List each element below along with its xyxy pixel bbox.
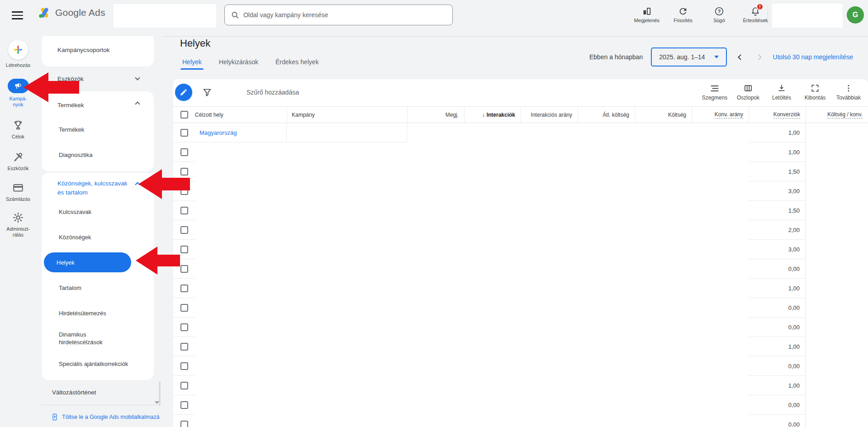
rail-item-goals[interactable]: Célok — [12, 119, 24, 140]
create-button[interactable] — [8, 40, 28, 60]
sidebar-item-change-history[interactable]: Változástörténet — [36, 383, 162, 401]
columns-button[interactable]: Oszlopok — [731, 82, 765, 101]
col-header-cost[interactable]: Költség — [635, 107, 692, 123]
sidebar-item-products[interactable]: Termékek — [42, 117, 154, 142]
app-title: Google Ads — [55, 7, 105, 18]
campaigns-pill[interactable] — [8, 79, 29, 93]
left-nav-rail: Létrehozás Kampá- nyok Célok — [0, 36, 36, 427]
col-header-cost-per-conv[interactable]: Költség / konv. — [806, 107, 868, 123]
edit-button[interactable] — [175, 84, 192, 101]
next-period-button[interactable] — [751, 49, 767, 65]
rail-item-create[interactable]: Létrehozás — [6, 40, 30, 68]
sidebar-item-keywords[interactable]: Kulcsszavak — [42, 199, 154, 224]
sidebar-section-products[interactable]: Termékek — [42, 93, 154, 117]
svg-text:?: ? — [718, 9, 721, 14]
table-row: Magyarország 1,00 — [173, 123, 868, 142]
assets-header-label: Eszközök — [42, 76, 84, 82]
row-checkbox[interactable] — [180, 421, 188, 427]
segment-button[interactable]: Szegmens — [698, 82, 731, 101]
blank-cells — [407, 123, 749, 142]
help-icon: ? — [714, 6, 724, 16]
sidebar-section-audiences[interactable]: Közönségek, kulcsszavak és tartalom — [42, 176, 154, 199]
table-row: 0,00 — [173, 298, 868, 318]
expand-label: Kibontás — [805, 95, 826, 101]
rail-label-create: Létrehozás — [6, 62, 30, 68]
conversions-value: 2,00 — [749, 220, 806, 240]
date-range-controls: Ebben a hónapban 2025. aug. 1–14 Utolsó … — [589, 47, 853, 67]
row-checkbox[interactable] — [180, 362, 188, 370]
col-header-interaction-rate[interactable]: Interakciós arány — [521, 107, 578, 123]
tab-locations[interactable]: Helyek — [182, 58, 202, 70]
col-header-impressions[interactable]: Megj. — [407, 107, 464, 123]
col-header-campaign[interactable]: Kampány — [287, 107, 407, 123]
sidebar-item-audiences[interactable]: Közönségek — [42, 224, 154, 250]
select-all-checkbox[interactable] — [180, 111, 188, 119]
row-checkbox[interactable] — [180, 187, 188, 195]
search-input[interactable] — [243, 11, 446, 19]
col-header-avg-cost[interactable]: Átl. költség — [578, 107, 635, 123]
notifications-button[interactable]: ! Értesítések — [737, 4, 773, 29]
col-header-conversions[interactable]: Konverziók — [749, 107, 806, 123]
rail-item-billing[interactable]: Számlázás — [6, 182, 30, 202]
conversions-value: 1,00 — [749, 123, 806, 142]
row-checkbox[interactable] — [180, 265, 188, 273]
more-button[interactable]: Továbbiak — [832, 82, 865, 101]
date-range-picker[interactable]: 2025. aug. 1–14 — [651, 47, 726, 66]
tab-location-exclusions[interactable]: Helykizárások — [219, 58, 258, 70]
sidebar-item-campaign-groups[interactable]: Kampánycsoportok — [42, 47, 110, 53]
row-checkbox[interactable] — [180, 382, 188, 389]
sidebar-section-assets[interactable]: Eszközök — [42, 70, 154, 88]
row-checkbox[interactable] — [180, 304, 188, 312]
table-row: 3,00 — [173, 181, 868, 201]
table-row: 1,50 — [173, 162, 868, 181]
previous-period-button[interactable] — [733, 49, 749, 65]
menu-icon[interactable] — [12, 10, 25, 21]
row-checkbox[interactable] — [180, 246, 188, 253]
row-checkbox[interactable] — [180, 207, 188, 214]
conversions-value: 0,00 — [749, 415, 806, 427]
row-checkbox[interactable] — [180, 323, 188, 331]
more-vert-icon — [844, 84, 853, 93]
avatar[interactable]: G — [847, 6, 864, 24]
search-icon — [231, 11, 239, 19]
search-box[interactable] — [224, 5, 453, 25]
sidebar-item-dynamic-ad-targets[interactable]: Dinamikus hirdetéscélzások — [42, 326, 154, 351]
table-card: Szűrő hozzáadása Szegmens Oszlopok — [173, 79, 868, 427]
col-header-target-location[interactable]: Célzott hely — [195, 107, 287, 123]
row-checkbox[interactable] — [180, 226, 188, 234]
conversions-value: 1,50 — [749, 162, 806, 181]
download-button[interactable]: Letöltés — [765, 82, 798, 101]
appearance-button[interactable]: Megjelenés — [629, 4, 665, 29]
sidebar-item-ad-schedule[interactable]: Hirdetésütemezés — [42, 300, 154, 326]
table-row: 0,00 — [173, 356, 868, 376]
sidebar-scroll-down-icon[interactable] — [155, 401, 159, 404]
conversions-value: 1,00 — [749, 337, 806, 356]
sidebar-item-locations[interactable]: Helyek — [44, 252, 131, 272]
google-ads-logo[interactable]: Google Ads — [37, 6, 105, 19]
sidebar-item-advanced-bid[interactable]: Speciális ajánlatkorrekciók — [42, 351, 154, 376]
tab-interesting-locations[interactable]: Érdekes helyek — [275, 58, 319, 70]
col-header-conv-rate[interactable]: Konv. arány — [692, 107, 749, 123]
rail-item-campaigns[interactable]: Kampá- nyok — [8, 79, 29, 108]
segment-icon — [710, 84, 719, 93]
row-checkbox[interactable] — [180, 285, 188, 292]
add-filter-label[interactable]: Szűrő hozzáadása — [247, 79, 299, 105]
expand-button[interactable]: Kibontás — [798, 82, 832, 101]
sidebar-card-campaign-groups[interactable]: Kampánycsoportok — [42, 33, 154, 66]
refresh-button[interactable]: Frissítés — [665, 4, 701, 29]
rail-item-tools[interactable]: Eszközök — [7, 151, 28, 171]
row-checkbox[interactable] — [180, 168, 188, 176]
sidebar-item-content[interactable]: Tartalom — [42, 275, 154, 300]
mobile-app-link[interactable]: Töltse le a Google Ads mobilalkalmazá — [51, 413, 159, 422]
help-button[interactable]: ? Súgó — [701, 4, 737, 29]
row-checkbox[interactable] — [180, 343, 188, 351]
show-last-30-days-link[interactable]: Utolsó 30 nap megjelenítése — [773, 53, 853, 61]
row-checkbox[interactable] — [180, 401, 188, 409]
col-header-interactions[interactable]: ↓ Interakciók — [464, 107, 521, 123]
location-link[interactable]: Magyarország — [199, 129, 237, 136]
filter-button[interactable] — [201, 87, 213, 99]
sidebar-item-diagnostics[interactable]: Diagnosztika — [42, 142, 154, 167]
rail-item-admin[interactable]: Adminiszt- rálás — [6, 212, 29, 238]
row-checkbox[interactable] — [180, 129, 188, 137]
row-checkbox[interactable] — [180, 148, 188, 156]
